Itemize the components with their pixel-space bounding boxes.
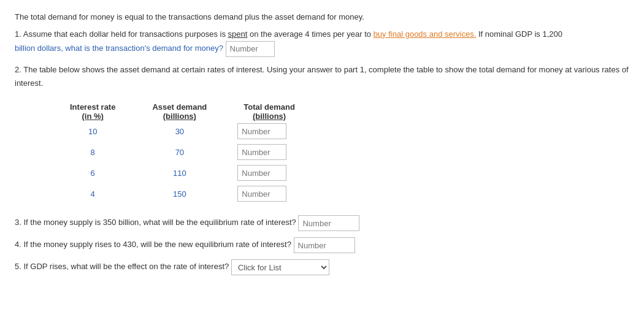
interest-rate-cell: 6 (52, 162, 134, 183)
question-4-block: 4. If the money supply rises to 430, wil… (15, 237, 629, 253)
q4-text: 4. If the money supply rises to 430, wil… (15, 240, 291, 250)
q1-prefix: 1. Assume that each dollar held for tran… (15, 29, 228, 39)
q1-billion-text: billion dollars, what is the transaction… (15, 44, 223, 53)
total-demand-cell (225, 183, 313, 204)
col3-header: Total demand (billions) (225, 101, 313, 121)
q1-spent: spent (228, 29, 248, 39)
q3-text: 3. If the money supply is 350 billion, w… (15, 218, 296, 227)
total-demand-input-3[interactable] (237, 186, 286, 202)
q5-text: 5. If GDP rises, what will be the effect… (15, 262, 229, 272)
interest-rate-cell: 10 (52, 121, 134, 142)
total-demand-cell (225, 162, 313, 183)
interest-rate-cell: 4 (52, 183, 134, 204)
q2-text: 2. The table below shows the asset deman… (15, 65, 629, 88)
total-demand-cell (225, 142, 313, 162)
total-demand-cell (225, 121, 313, 142)
intro-line1: The total demand for money is equal to t… (15, 11, 629, 24)
question-1-block: 1. Assume that each dollar held for tran… (15, 28, 629, 57)
q3-answer-input[interactable] (298, 215, 359, 231)
asset-demand-cell: 110 (134, 162, 225, 183)
table-row: 6110 (52, 162, 313, 183)
col2-header: Asset demand (billions) (134, 101, 225, 121)
col1-header: Interest rate (in %) (52, 101, 134, 121)
q5-dropdown[interactable]: Click for ListIncreaseDecreaseNo change (231, 259, 329, 275)
asset-demand-cell: 30 (134, 121, 225, 142)
q4-answer-input[interactable] (294, 237, 355, 253)
interest-rate-cell: 8 (52, 142, 134, 162)
table-row: 4150 (52, 183, 313, 204)
q1-if: If nominal GDP is 1,200 (476, 29, 562, 39)
table-section: Interest rate (in %) Asset demand (billi… (52, 101, 629, 204)
total-demand-input-2[interactable] (237, 165, 286, 181)
q1-answer-input[interactable] (226, 41, 275, 57)
total-demand-input-0[interactable] (237, 123, 286, 139)
question-3-block: 3. If the money supply is 350 billion, w… (15, 215, 629, 231)
q1-buy: buy final goods and services. (374, 29, 477, 39)
table-row: 1030 (52, 121, 313, 142)
table-row: 870 (52, 142, 313, 162)
asset-demand-table: Interest rate (in %) Asset demand (billi… (52, 101, 313, 204)
total-demand-input-1[interactable] (237, 144, 286, 160)
asset-demand-cell: 150 (134, 183, 225, 204)
question-5-block: 5. If GDP rises, what will be the effect… (15, 259, 629, 275)
asset-demand-cell: 70 (134, 142, 225, 162)
question-2-block: 2. The table below shows the asset deman… (15, 63, 629, 90)
q1-middle: on the average 4 times per year to (247, 29, 373, 39)
